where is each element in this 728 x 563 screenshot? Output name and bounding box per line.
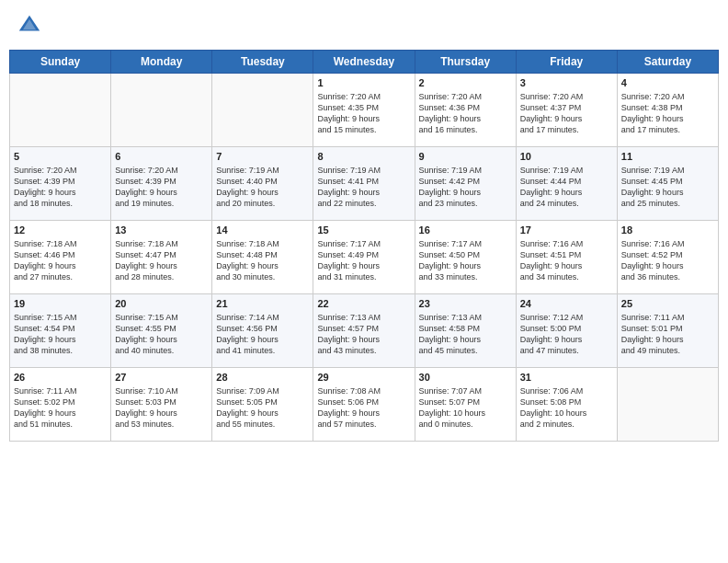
calendar-cell: 13Sunrise: 7:18 AM Sunset: 4:47 PM Dayli… [111,221,212,294]
calendar-cell: 9Sunrise: 7:19 AM Sunset: 4:42 PM Daylig… [415,147,516,221]
day-number: 10 [520,150,613,164]
day-info: Sunrise: 7:17 AM Sunset: 4:49 PM Dayligh… [317,238,410,283]
day-number: 16 [419,224,512,237]
day-number: 11 [621,150,714,164]
calendar-cell: 6Sunrise: 7:20 AM Sunset: 4:39 PM Daylig… [111,147,212,221]
day-info: Sunrise: 7:20 AM Sunset: 4:38 PM Dayligh… [621,91,714,136]
calendar-cell: 21Sunrise: 7:14 AM Sunset: 4:56 PM Dayli… [212,294,313,368]
weekday-header-friday: Friday [516,51,617,74]
calendar-cell: 22Sunrise: 7:13 AM Sunset: 4:57 PM Dayli… [313,294,415,368]
day-number: 8 [317,150,410,164]
calendar-cell: 30Sunrise: 7:07 AM Sunset: 5:07 PM Dayli… [415,368,516,442]
calendar-cell: 20Sunrise: 7:15 AM Sunset: 4:55 PM Dayli… [111,294,212,368]
calendar-cell: 16Sunrise: 7:17 AM Sunset: 4:50 PM Dayli… [415,221,516,294]
day-info: Sunrise: 7:15 AM Sunset: 4:55 PM Dayligh… [115,312,208,357]
day-info: Sunrise: 7:06 AM Sunset: 5:08 PM Dayligh… [520,385,613,431]
day-info: Sunrise: 7:20 AM Sunset: 4:36 PM Dayligh… [419,91,512,136]
calendar-cell [111,74,212,147]
calendar-cell: 18Sunrise: 7:16 AM Sunset: 4:52 PM Dayli… [617,221,718,294]
day-number: 30 [419,371,512,385]
weekday-header-saturday: Saturday [617,51,718,74]
day-info: Sunrise: 7:09 AM Sunset: 5:05 PM Dayligh… [216,385,309,431]
day-info: Sunrise: 7:16 AM Sunset: 4:51 PM Dayligh… [520,238,613,283]
calendar-cell [10,74,111,147]
day-number: 21 [216,297,309,311]
day-number: 19 [14,297,107,311]
calendar-cell: 4Sunrise: 7:20 AM Sunset: 4:38 PM Daylig… [617,74,718,147]
day-info: Sunrise: 7:11 AM Sunset: 5:01 PM Dayligh… [621,312,714,357]
calendar-cell: 29Sunrise: 7:08 AM Sunset: 5:06 PM Dayli… [313,368,415,442]
calendar-cell [212,74,313,147]
calendar-week-2: 5Sunrise: 7:20 AM Sunset: 4:39 PM Daylig… [10,147,719,221]
calendar-cell: 7Sunrise: 7:19 AM Sunset: 4:40 PM Daylig… [212,147,313,221]
calendar-cell: 3Sunrise: 7:20 AM Sunset: 4:37 PM Daylig… [516,74,617,147]
day-number: 5 [14,150,107,164]
day-info: Sunrise: 7:16 AM Sunset: 4:52 PM Dayligh… [621,238,714,283]
day-info: Sunrise: 7:07 AM Sunset: 5:07 PM Dayligh… [419,385,512,431]
day-number: 28 [216,371,309,385]
day-info: Sunrise: 7:20 AM Sunset: 4:37 PM Dayligh… [520,91,613,136]
day-info: Sunrise: 7:18 AM Sunset: 4:47 PM Dayligh… [115,238,208,283]
day-info: Sunrise: 7:11 AM Sunset: 5:02 PM Dayligh… [14,385,107,431]
day-info: Sunrise: 7:19 AM Sunset: 4:42 PM Dayligh… [419,165,512,210]
day-number: 12 [14,224,107,237]
calendar-cell: 8Sunrise: 7:19 AM Sunset: 4:41 PM Daylig… [313,147,415,221]
weekday-header-wednesday: Wednesday [313,51,415,74]
calendar-cell [617,368,718,442]
calendar-cell: 2Sunrise: 7:20 AM Sunset: 4:36 PM Daylig… [415,74,516,147]
weekday-header-thursday: Thursday [415,51,516,74]
calendar-cell: 12Sunrise: 7:18 AM Sunset: 4:46 PM Dayli… [10,221,111,294]
calendar-cell: 10Sunrise: 7:19 AM Sunset: 4:44 PM Dayli… [516,147,617,221]
day-info: Sunrise: 7:19 AM Sunset: 4:41 PM Dayligh… [317,165,410,210]
calendar-cell: 5Sunrise: 7:20 AM Sunset: 4:39 PM Daylig… [10,147,111,221]
day-number: 24 [520,297,613,311]
day-number: 27 [115,371,208,385]
calendar-cell: 14Sunrise: 7:18 AM Sunset: 4:48 PM Dayli… [212,221,313,294]
day-number: 22 [317,297,410,311]
day-number: 31 [520,371,613,385]
calendar-cell: 11Sunrise: 7:19 AM Sunset: 4:45 PM Dayli… [617,147,718,221]
day-info: Sunrise: 7:14 AM Sunset: 4:56 PM Dayligh… [216,312,309,357]
logo [17,13,46,39]
day-number: 14 [216,224,309,237]
calendar-week-3: 12Sunrise: 7:18 AM Sunset: 4:46 PM Dayli… [10,221,719,294]
calendar-cell: 17Sunrise: 7:16 AM Sunset: 4:51 PM Dayli… [516,221,617,294]
calendar-cell: 24Sunrise: 7:12 AM Sunset: 5:00 PM Dayli… [516,294,617,368]
day-number: 9 [419,150,512,164]
day-number: 26 [14,371,107,385]
day-info: Sunrise: 7:19 AM Sunset: 4:45 PM Dayligh… [621,165,714,210]
day-number: 7 [216,150,309,164]
day-number: 25 [621,297,714,311]
weekday-header-row: SundayMondayTuesdayWednesdayThursdayFrid… [10,51,719,74]
calendar-cell: 15Sunrise: 7:17 AM Sunset: 4:49 PM Dayli… [313,221,415,294]
day-info: Sunrise: 7:19 AM Sunset: 4:40 PM Dayligh… [216,165,309,210]
calendar-cell: 31Sunrise: 7:06 AM Sunset: 5:08 PM Dayli… [516,368,617,442]
day-number: 20 [115,297,208,311]
logo-icon [17,13,42,39]
day-info: Sunrise: 7:17 AM Sunset: 4:50 PM Dayligh… [419,238,512,283]
day-number: 29 [317,371,410,385]
day-info: Sunrise: 7:20 AM Sunset: 4:39 PM Dayligh… [115,165,208,210]
calendar-cell: 26Sunrise: 7:11 AM Sunset: 5:02 PM Dayli… [10,368,111,442]
day-number: 13 [115,224,208,237]
weekday-header-tuesday: Tuesday [212,51,313,74]
day-number: 23 [419,297,512,311]
day-info: Sunrise: 7:08 AM Sunset: 5:06 PM Dayligh… [317,385,410,431]
weekday-header-sunday: Sunday [10,51,111,74]
day-info: Sunrise: 7:20 AM Sunset: 4:39 PM Dayligh… [14,165,107,210]
calendar-cell: 27Sunrise: 7:10 AM Sunset: 5:03 PM Dayli… [111,368,212,442]
calendar-cell: 28Sunrise: 7:09 AM Sunset: 5:05 PM Dayli… [212,368,313,442]
day-number: 1 [317,76,410,90]
calendar-table: SundayMondayTuesdayWednesdayThursdayFrid… [9,50,719,442]
day-info: Sunrise: 7:18 AM Sunset: 4:46 PM Dayligh… [14,238,107,283]
day-info: Sunrise: 7:10 AM Sunset: 5:03 PM Dayligh… [115,385,208,431]
calendar-cell: 25Sunrise: 7:11 AM Sunset: 5:01 PM Dayli… [617,294,718,368]
page: SundayMondayTuesdayWednesdayThursdayFrid… [0,0,728,563]
calendar-cell: 1Sunrise: 7:20 AM Sunset: 4:35 PM Daylig… [313,74,415,147]
day-number: 3 [520,76,613,90]
day-number: 4 [621,76,714,90]
weekday-header-monday: Monday [111,51,212,74]
day-number: 2 [419,76,512,90]
calendar-week-4: 19Sunrise: 7:15 AM Sunset: 4:54 PM Dayli… [10,294,719,368]
day-info: Sunrise: 7:13 AM Sunset: 4:57 PM Dayligh… [317,312,410,357]
